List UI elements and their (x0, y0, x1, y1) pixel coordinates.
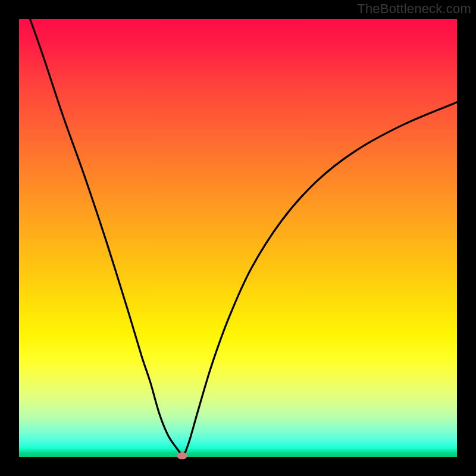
chart-frame: TheBottleneck.com (0, 0, 476, 476)
attribution-text: TheBottleneck.com (357, 1, 471, 17)
minimum-marker (177, 452, 187, 459)
bottleneck-curve (19, 19, 457, 457)
plot-area (19, 19, 457, 457)
